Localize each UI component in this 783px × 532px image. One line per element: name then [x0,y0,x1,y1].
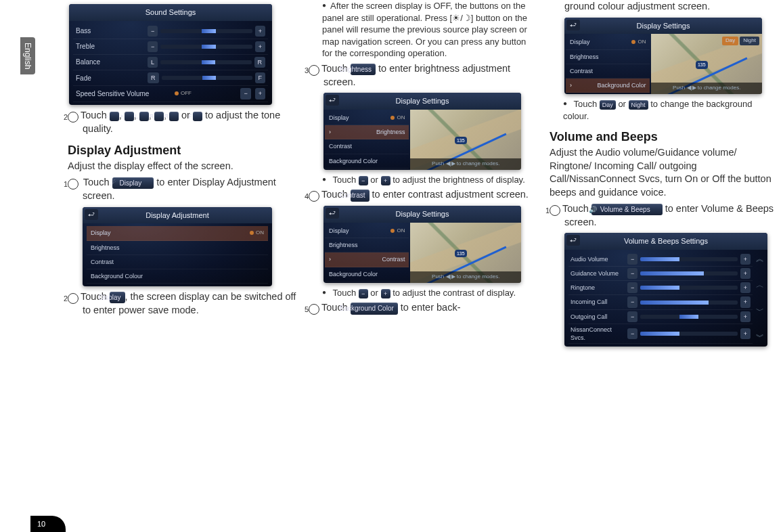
plus-icon[interactable]: + [740,282,751,293]
text: Display [329,114,349,122]
minus-icon[interactable]: − [148,26,158,37]
route-shield-icon: 135 [696,61,708,68]
step-number-1: 1 [68,179,79,190]
brightness-pill-icon[interactable]: Brightness [351,64,376,76]
step-number-4: 4 [309,191,319,202]
minus-icon[interactable]: − [627,311,637,322]
f-icon[interactable]: F [193,112,202,121]
minus-icon[interactable]: − [627,296,637,307]
text: Display Settings [637,22,690,30]
l-icon[interactable]: L [148,57,158,68]
menu-brightness[interactable]: Brightness [566,50,650,64]
volume-beeps-heading: Volume and Beeps [550,129,778,145]
display-adjustment-title: ⮐ Display Adjustment [83,207,272,224]
minus-icon[interactable]: − [148,41,158,52]
f-icon[interactable]: F [255,72,266,83]
plus-icon[interactable]: + [381,289,390,298]
display-adjustment-heading: Display Adjustment [68,142,296,158]
plus-icon[interactable]: + [125,112,134,121]
vb-title: ⮐ Volume & Beeps Settings [564,233,767,250]
vb-step1: 1Touch 🔊Volume & Beeps to enter Volume &… [550,202,778,229]
hint-text: Push ◀|▶ to change modes. [410,158,521,170]
text: Touch [83,177,112,187]
back-icon[interactable]: ⮐ [326,95,339,106]
text: Touch [562,203,591,214]
ssv-off-toggle[interactable]: OFF [175,90,192,97]
plus-icon[interactable]: + [740,311,751,322]
minus-icon[interactable]: − [627,328,637,339]
display-pill-icon[interactable]: Display [110,292,125,304]
r-icon[interactable]: R [169,112,179,121]
menu-contrast[interactable]: Contrast [566,64,650,79]
text: ON [256,229,264,237]
l-icon[interactable]: L [139,112,149,121]
menu-bgcolor[interactable]: Background Color [325,267,409,282]
language-tab: English [20,37,35,74]
back-icon[interactable]: ⮐ [85,209,98,220]
plus-icon[interactable]: + [740,268,751,279]
plus-icon[interactable]: + [255,41,265,52]
bgcolor-pill-icon[interactable]: Background Color [351,303,398,315]
plus-icon[interactable]: + [740,296,751,307]
menu-brightness[interactable]: Brightness [325,125,409,139]
row-treble: Treble [76,42,143,51]
night-pill-icon[interactable]: Night [629,100,648,110]
menu-contrast[interactable]: Contrast [87,255,268,269]
scroll-top-icon[interactable]: ︽ [755,253,765,264]
route-shield-icon: 135 [455,250,467,257]
plus-icon[interactable]: + [255,88,265,99]
day-button[interactable]: Day [722,37,738,45]
back-icon[interactable]: ⮐ [566,20,580,30]
minus-icon[interactable]: − [627,282,637,293]
r-icon[interactable]: R [148,72,159,83]
hint-text: Push ◀|▶ to change modes. [651,83,762,94]
menu-display[interactable]: DisplayON [566,35,650,49]
scroll-up-icon[interactable]: ︿ [755,280,765,290]
minus-icon[interactable]: − [359,289,368,298]
sound-settings-title: Sound Settings [69,4,272,21]
scroll-down-icon[interactable]: ﹀ [755,305,765,316]
minus-icon[interactable]: − [627,268,637,279]
night-button[interactable]: Night [740,37,759,45]
column-3: ground colour adjustment screen. ⮐ Displ… [550,0,778,351]
menu-display[interactable]: DisplayON [325,224,409,238]
menu-bgcolour[interactable]: Background Colour [87,269,268,284]
row-outgoing: Outgoing Call [571,313,623,321]
scroll-bottom-icon[interactable]: ︾ [755,332,765,342]
back-icon[interactable]: ⮐ [326,208,339,219]
ds-contrast-title: ⮐ Display Settings [323,206,521,223]
text: Display [120,179,142,187]
menu-bgcolor[interactable]: Background Color [325,154,409,169]
display-step3: 3Touch Brightness to enter brightness ad… [309,62,537,89]
back-icon[interactable]: ⮐ [566,235,580,246]
text: Display Settings [396,210,449,218]
menu-display[interactable]: DisplayON [325,111,409,125]
menu-display[interactable]: DisplayON [87,226,268,240]
minus-icon[interactable]: − [627,254,637,265]
volume-beeps-button-icon[interactable]: 🔊Volume & Beeps [591,204,663,216]
menu-bgcolor[interactable]: Background Color [566,79,650,93]
display-settings-bgcolor-screenshot: ⮐ Display Settings DisplayON Brightness … [564,18,762,94]
text: Volume & Beeps [600,206,650,213]
plus-icon[interactable]: + [740,254,751,265]
text: Display [329,227,349,235]
sub-bgcolor: Touch Day or Night to change the backgro… [550,98,778,122]
display-button-icon[interactable]: ☄Display [112,177,154,190]
menu-brightness[interactable]: Brightness [87,241,268,255]
contrast-pill-icon[interactable]: Contrast [351,190,370,202]
day-pill-icon[interactable]: Day [600,100,616,110]
plus-icon[interactable]: + [740,328,751,339]
plus-icon[interactable]: + [255,26,265,37]
volume-beeps-intro: Adjust the Audio volume/Guidance volume/… [550,146,778,199]
r-icon[interactable]: R [254,57,266,68]
menu-contrast[interactable]: Contrast [325,139,409,154]
row-balance: Balance [76,58,143,67]
menu-brightness[interactable]: Brightness [325,238,409,252]
scroll-arrows[interactable]: ︽ ︿ ﹀ ︾ [755,253,765,342]
minus-icon[interactable]: − [359,176,368,185]
minus-icon[interactable]: − [110,112,119,121]
r-icon[interactable]: R [154,112,164,121]
plus-icon[interactable]: + [381,176,390,185]
menu-contrast[interactable]: Contrast [325,252,409,267]
minus-icon[interactable]: − [240,88,250,99]
